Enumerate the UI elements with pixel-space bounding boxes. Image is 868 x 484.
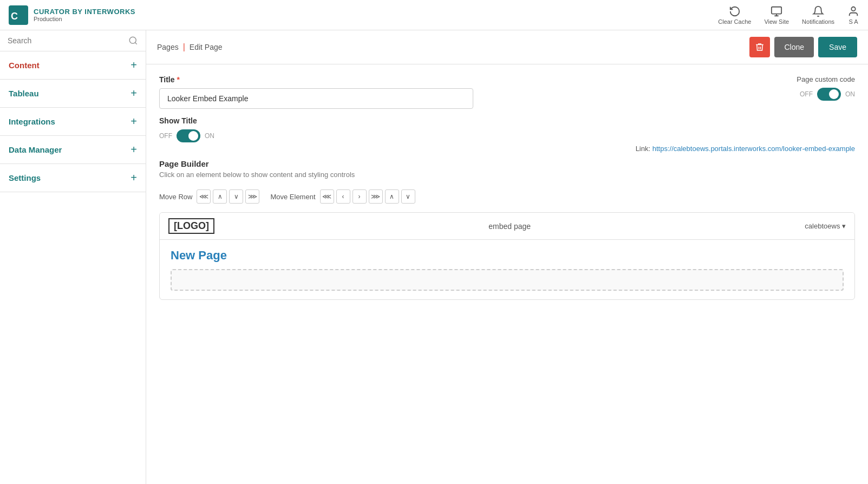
view-site-button[interactable]: View Site: [764, 5, 789, 25]
top-header: C Curator by InterWorks Production Clear…: [0, 0, 868, 30]
link-label: Link:: [636, 145, 650, 153]
sidebar-item-integrations[interactable]: Integrations +: [0, 108, 146, 136]
show-title-section: Show Title OFF ON: [146, 109, 868, 142]
show-title-slider: [177, 129, 200, 142]
breadcrumb-divider: |: [183, 42, 185, 52]
custom-code-toggle[interactable]: [817, 88, 841, 101]
show-title-label: Show Title: [159, 116, 855, 125]
header-actions: Clear Cache View Site Notifications S A: [718, 5, 859, 25]
save-button[interactable]: Save: [818, 37, 857, 57]
page-builder-title: Page Builder: [159, 159, 855, 168]
preview-page-title: New Page: [171, 248, 844, 263]
sidebar: Content + Tableau + Integrations + Data …: [0, 30, 146, 484]
delete-button[interactable]: [749, 37, 770, 57]
move-row-label: Move Row: [159, 193, 192, 201]
custom-code-toggle-row: OFF ON: [800, 88, 855, 101]
settings-label: Settings: [9, 173, 41, 182]
custom-code-area: Page custom code OFF ON: [797, 75, 855, 101]
show-title-toggle[interactable]: [177, 129, 200, 142]
sidebar-item-data-manager[interactable]: Data Manager +: [0, 136, 146, 164]
page-builder-section: Page Builder Click on an element below t…: [146, 159, 868, 300]
title-field-label: Title *: [159, 75, 797, 84]
preview-body: New Page: [160, 240, 854, 299]
clone-button[interactable]: Clone: [774, 37, 814, 57]
preview-logo: [LOGO]: [168, 218, 214, 234]
svg-rect-2: [772, 6, 781, 14]
title-section: Title *: [159, 75, 797, 109]
search-icon: [128, 36, 138, 45]
curator-logo-icon: C: [9, 5, 28, 25]
show-title-off-label: OFF: [159, 132, 172, 140]
trash-icon: [755, 42, 765, 52]
move-controls: Move Row ⋘ ∧ ∨ ⋙ Move Element ⋘ ‹ › ⋙ ∧ …: [159, 185, 855, 208]
custom-code-off-label: OFF: [800, 90, 813, 98]
move-element-label: Move Element: [270, 193, 315, 201]
move-row-up-button[interactable]: ∧: [213, 189, 227, 204]
user-menu-button[interactable]: S A: [847, 5, 859, 25]
custom-code-on-label: ON: [845, 90, 855, 98]
svg-point-4: [129, 37, 136, 43]
view-site-label: View Site: [764, 18, 789, 25]
title-input[interactable]: [159, 88, 473, 109]
page-header-bar: Pages | Edit Page Clone Save: [146, 30, 868, 64]
move-element-first-button[interactable]: ⋘: [320, 189, 334, 204]
move-row-down-button[interactable]: ∨: [229, 189, 243, 204]
preview-user-menu[interactable]: calebtoews ▾: [805, 222, 846, 230]
main-content: Pages | Edit Page Clone Save: [146, 30, 868, 484]
tableau-label: Tableau: [9, 89, 39, 98]
content-label: Content: [9, 61, 40, 70]
preview-frame: [LOGO] embed page calebtoews ▾ New Page: [159, 212, 855, 300]
logo-area: C Curator by InterWorks Production: [9, 5, 135, 25]
user-label: S A: [849, 18, 858, 25]
move-element-up-button[interactable]: ∧: [385, 189, 399, 204]
search-bar[interactable]: [0, 30, 146, 51]
show-title-toggle-row: OFF ON: [159, 129, 855, 142]
move-row-first-button[interactable]: ⋘: [197, 189, 211, 204]
env-label: Production: [34, 16, 135, 22]
move-element-last-button[interactable]: ⋙: [369, 189, 383, 204]
notifications-label: Notifications: [802, 18, 834, 25]
preview-nav-item: embed page: [488, 222, 531, 231]
breadcrumb: Pages | Edit Page: [157, 42, 223, 52]
integrations-expand-icon: +: [130, 115, 137, 128]
pages-breadcrumb[interactable]: Pages: [157, 43, 179, 51]
custom-code-label: Page custom code: [797, 75, 855, 83]
custom-code-slider: [817, 88, 841, 101]
move-element-left-button[interactable]: ‹: [336, 189, 350, 204]
data-manager-label: Data Manager: [9, 145, 62, 154]
data-manager-expand-icon: +: [130, 143, 137, 156]
sidebar-item-settings[interactable]: Settings +: [0, 164, 146, 192]
logo-text: Curator by InterWorks Production: [34, 8, 135, 22]
page-builder-hint: Click on an element below to show conten…: [159, 171, 855, 179]
move-element-group: Move Element ⋘ ‹ › ⋙ ∧ ∨: [270, 189, 415, 204]
link-row: Link: https://calebtoews.portals.interwo…: [146, 142, 868, 159]
sidebar-item-tableau[interactable]: Tableau +: [0, 80, 146, 108]
tableau-expand-icon: +: [130, 87, 137, 100]
move-row-last-button[interactable]: ⋙: [245, 189, 259, 204]
brand-name: Curator by InterWorks: [34, 8, 135, 16]
move-element-right-button[interactable]: ›: [353, 189, 367, 204]
page-header-actions: Clone Save: [749, 37, 857, 57]
move-row-group: Move Row ⋘ ∧ ∨ ⋙: [159, 189, 259, 204]
preview-header: [LOGO] embed page calebtoews ▾: [160, 213, 854, 240]
clear-cache-button[interactable]: Clear Cache: [718, 5, 751, 25]
move-element-down-button[interactable]: ∨: [401, 189, 415, 204]
clear-cache-label: Clear Cache: [718, 18, 751, 25]
integrations-label: Integrations: [9, 117, 55, 126]
page-link[interactable]: https://calebtoews.portals.interworks.co…: [652, 145, 855, 153]
content-expand-icon: +: [130, 59, 137, 71]
preview-drop-zone[interactable]: [171, 269, 844, 291]
edit-page-breadcrumb: Edit Page: [190, 43, 223, 51]
search-input[interactable]: [8, 36, 124, 45]
settings-expand-icon: +: [130, 172, 137, 184]
title-and-code-row: Title * Page custom code OFF ON: [146, 64, 868, 109]
sidebar-item-content[interactable]: Content +: [0, 51, 146, 80]
body-layout: Content + Tableau + Integrations + Data …: [0, 30, 868, 484]
required-indicator: *: [177, 75, 180, 84]
svg-point-3: [851, 6, 855, 10]
svg-text:C: C: [11, 11, 18, 22]
show-title-on-label: ON: [205, 132, 214, 140]
notifications-button[interactable]: Notifications: [802, 5, 834, 25]
